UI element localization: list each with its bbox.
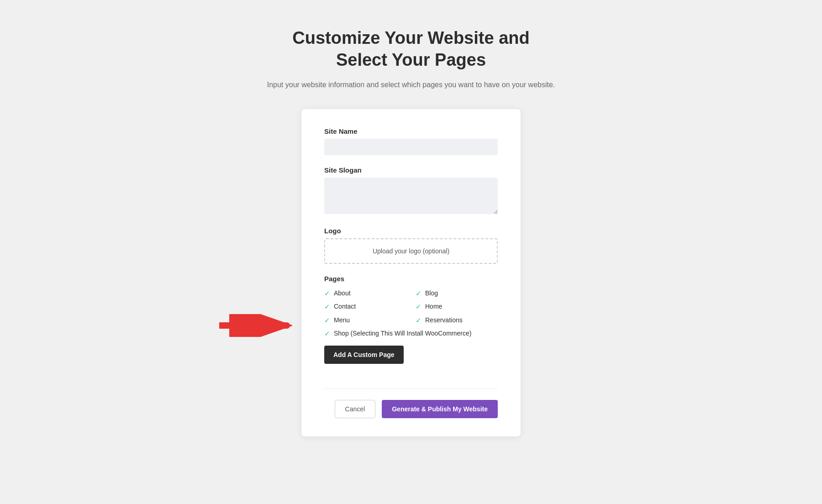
page-subtitle: Input your website information and selec…	[267, 79, 555, 91]
check-icon-shop: ✓	[324, 330, 330, 338]
page-item-menu[interactable]: ✓ Menu	[324, 316, 406, 325]
page-label-reservations: Reservations	[425, 316, 463, 325]
check-icon-menu: ✓	[324, 316, 330, 325]
page-title: Customize Your Website and Select Your P…	[267, 27, 555, 71]
page-item-about[interactable]: ✓ About	[324, 289, 406, 298]
page-label-shop: Shop (Selecting This Will Install WooCom…	[334, 329, 471, 338]
page-item-home[interactable]: ✓ Home	[416, 302, 498, 311]
generate-publish-button[interactable]: Generate & Publish My Website	[382, 400, 498, 418]
site-name-label: Site Name	[324, 127, 498, 135]
form-wrapper: Site Name Site Slogan Logo Upload your l…	[301, 109, 521, 436]
check-icon-about: ✓	[324, 289, 330, 298]
add-custom-page-wrapper: Add A Custom Page	[324, 346, 498, 378]
site-slogan-group: Site Slogan	[324, 166, 498, 216]
cancel-button[interactable]: Cancel	[335, 400, 376, 418]
page-label-contact: Contact	[334, 302, 356, 311]
check-icon-blog: ✓	[416, 289, 422, 298]
site-name-group: Site Name	[324, 127, 498, 155]
logo-label: Logo	[324, 227, 498, 235]
pages-grid: ✓ About ✓ Blog ✓ Contact ✓ Home ✓ Me	[324, 289, 498, 338]
logo-upload-area[interactable]: Upload your logo (optional)	[324, 238, 498, 264]
site-slogan-label: Site Slogan	[324, 166, 498, 174]
page-item-contact[interactable]: ✓ Contact	[324, 302, 406, 311]
page-label-home: Home	[425, 302, 442, 311]
check-icon-home: ✓	[416, 303, 422, 311]
pages-label: Pages	[324, 275, 498, 283]
form-footer: Cancel Generate & Publish My Website	[324, 388, 498, 418]
page-header: Customize Your Website and Select Your P…	[267, 27, 555, 91]
page-label-blog: Blog	[425, 289, 438, 298]
site-name-input[interactable]	[324, 139, 498, 155]
page-item-shop[interactable]: ✓ Shop (Selecting This Will Install WooC…	[324, 329, 498, 338]
pages-group: Pages ✓ About ✓ Blog ✓ Contact ✓ Home	[324, 275, 498, 338]
page-label-menu: Menu	[334, 316, 350, 325]
arrow-indicator	[219, 314, 292, 337]
logo-upload-text: Upload your logo (optional)	[373, 247, 449, 255]
page-item-blog[interactable]: ✓ Blog	[416, 289, 498, 298]
site-slogan-input[interactable]	[324, 178, 498, 214]
logo-group: Logo Upload your logo (optional)	[324, 227, 498, 264]
page-item-reservations[interactable]: ✓ Reservations	[416, 316, 498, 325]
add-custom-page-button[interactable]: Add A Custom Page	[324, 346, 404, 364]
form-card: Site Name Site Slogan Logo Upload your l…	[301, 109, 521, 436]
check-icon-reservations: ✓	[416, 316, 422, 325]
page-label-about: About	[334, 289, 351, 298]
check-icon-contact: ✓	[324, 303, 330, 311]
